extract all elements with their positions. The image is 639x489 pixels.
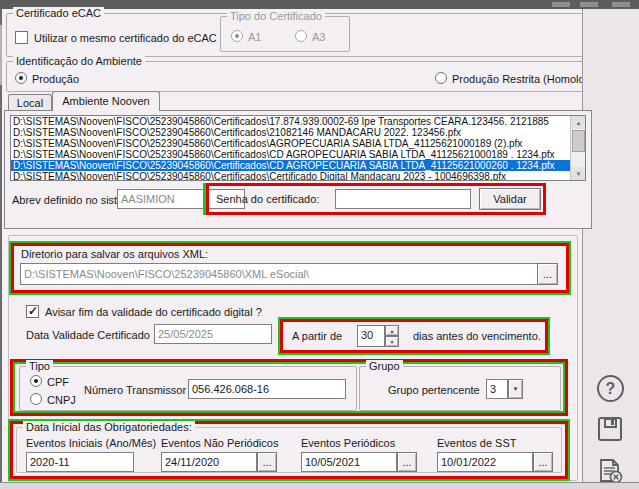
ellipsis-icon: ... — [402, 456, 411, 468]
window-button[interactable] — [612, 2, 630, 7]
dias-value[interactable]: 30 — [357, 325, 385, 347]
radio-a3-label: A3 — [312, 31, 325, 43]
radio-cpf-label: CPF — [47, 376, 69, 388]
eventos-iniciais-label: Eventos Iniciais (Ano/Mês) — [26, 437, 156, 449]
save-icon[interactable] — [597, 416, 627, 444]
numero-transmissor-field[interactable]: 056.426.068-16 — [188, 379, 346, 399]
avisar-validade-checkbox[interactable] — [26, 305, 39, 318]
radio-cnpj[interactable] — [30, 393, 42, 405]
validar-button[interactable]: Validar — [479, 188, 541, 210]
eventos-nao-periodicos-browse-button[interactable]: ... — [257, 452, 277, 472]
eventos-iniciais-field[interactable]: 2020-11 — [26, 452, 134, 472]
senha-annotation-box: Senha do certificado: Validar — [206, 183, 546, 215]
usar-certificado-ecac-checkbox[interactable] — [15, 31, 28, 44]
avisar-validade-label: Avisar fim da validade do certificado di… — [45, 306, 262, 318]
dias-spinner[interactable]: 30 ▲ ▼ — [357, 325, 399, 347]
radio-a3[interactable] — [295, 30, 307, 42]
group-grupo: Grupo Grupo pertencente 3 ▼ — [359, 366, 561, 411]
tab-local[interactable]: Local — [8, 94, 52, 111]
data-validade-field: 25/05/2025 — [154, 324, 272, 344]
tab-label: Ambiente Nooven — [62, 95, 149, 107]
tab-label: Local — [17, 97, 43, 109]
scroll-up-icon[interactable]: ▲ — [571, 116, 586, 129]
grupo-pertencente-label: Grupo pertencente — [388, 384, 480, 396]
action-sidebar: ? — [582, 9, 639, 482]
window-button[interactable] — [552, 2, 570, 7]
diretorio-annotation-box: Diretorio para salvar os arquivos XML: D… — [11, 243, 569, 293]
list-item[interactable]: D:\SISTEMAS\Nooven\FISCO\25239045860\Cer… — [11, 138, 570, 149]
help-icon[interactable]: ? — [597, 375, 624, 402]
data-validade-label: Data Validade Certificado — [26, 329, 150, 341]
list-item[interactable]: D:\SISTEMAS\Nooven\FISCO\25239045860\Cer… — [11, 160, 570, 171]
senha-label: Senha do certificado: — [216, 193, 319, 205]
eventos-periodicos-browse-button[interactable]: ... — [397, 452, 417, 472]
grupo-value: 3 — [486, 379, 508, 399]
radio-producao-restrita[interactable] — [435, 72, 447, 84]
group-ambiente: Identificação do Ambiente Produção Produ… — [6, 61, 592, 92]
form-content: Certificado eCAC Utilizar o mesmo certif… — [2, 9, 582, 482]
radio-producao-label: Produção — [32, 73, 79, 85]
scroll-down-icon[interactable]: ▼ — [571, 167, 586, 180]
spin-up-icon[interactable]: ▲ — [385, 325, 399, 336]
group-certificado-ecac: Certificado eCAC Utilizar o mesmo certif… — [6, 13, 592, 57]
grupo-pertencente-combo[interactable]: 3 ▼ — [486, 379, 523, 399]
group-tipo: Tipo CPF CNPJ Número Transmissor 056.426… — [19, 366, 357, 411]
tab-ambiente-nooven[interactable]: Ambiente Nooven — [52, 91, 160, 111]
ellipsis-icon: ... — [262, 456, 271, 468]
radio-cpf[interactable] — [30, 375, 42, 387]
ellipsis-icon: ... — [538, 456, 547, 468]
scrollbar-thumb[interactable] — [572, 130, 585, 152]
chevron-down-icon[interactable]: ▼ — [508, 379, 523, 399]
certificate-list: D:\SISTEMAS\Nooven\FISCO\25239045860\Cer… — [10, 115, 586, 181]
eventos-sst-label: Eventos de SST — [437, 437, 517, 449]
tipo-grupo-annotation-box: Tipo CPF CNPJ Número Transmissor 056.426… — [10, 359, 568, 416]
eventos-sst-field[interactable]: 10/01/2022 — [437, 452, 533, 472]
group-title: Data Inicial das Obrigatoriedades: — [23, 421, 195, 433]
group-tipo-certificado: Tipo do Certificado A1 A3 — [220, 16, 350, 52]
a-partir-de-label: A partir de — [292, 330, 342, 342]
list-scrollbar[interactable]: ▲ ▼ — [570, 116, 585, 180]
list-item[interactable]: D:\SISTEMAS\Nooven\FISCO\25239045860\Cer… — [11, 127, 570, 138]
spin-down-icon[interactable]: ▼ — [385, 336, 399, 347]
group-title: Tipo do Certificado — [227, 10, 325, 22]
app-window: { "ecac": { "title": "Certificado eCAC",… — [0, 0, 639, 489]
aviso-dias-annotation-box: A partir de 30 ▲ ▼ dias antes do vencime… — [280, 319, 548, 353]
usar-certificado-ecac-label: Utilizar o mesmo certificado do eCAC — [34, 32, 217, 44]
eventos-periodicos-label: Eventos Periódicos — [301, 437, 395, 449]
eventos-periodicos-field[interactable]: 10/05/2021 — [301, 452, 397, 472]
obrigatoriedades-annotation-box: Data Inicial das Obrigatoriedades: Event… — [10, 421, 568, 479]
group-title: Tipo — [26, 360, 53, 372]
radio-cnpj-label: CNPJ — [47, 394, 76, 406]
radio-producao[interactable] — [15, 72, 27, 84]
group-title: Identificação do Ambiente — [13, 55, 145, 67]
senha-input[interactable] — [335, 189, 471, 209]
eventos-nao-periodicos-field[interactable]: 24/11/2020 — [161, 452, 257, 472]
list-item[interactable]: D:\SISTEMAS\Nooven\FISCO\25239045860\Cer… — [11, 116, 570, 127]
diretorio-browse-button[interactable]: ... — [537, 263, 558, 285]
list-item[interactable]: D:\SISTEMAS\Nooven\FISCO\25239045860\Cer… — [11, 149, 570, 160]
group-title: Grupo — [366, 360, 403, 372]
validar-button-label: Validar — [493, 193, 526, 205]
list-item[interactable]: D:\SISTEMAS\Nooven\FISCO\25239045860\Cer… — [11, 171, 570, 181]
window-bottom-edge — [0, 482, 639, 489]
radio-a1-label: A1 — [248, 31, 261, 43]
dias-suffix-label: dias antes do vencimento. — [413, 330, 541, 342]
diretorio-label: Diretorio para salvar os arquivos XML: — [21, 248, 208, 260]
eventos-sst-browse-button[interactable]: ... — [533, 452, 553, 472]
ellipsis-icon: ... — [543, 268, 552, 280]
certificate-list-rows: D:\SISTEMAS\Nooven\FISCO\25239045860\Cer… — [11, 116, 570, 180]
numero-transmissor-label: Número Transmissor — [84, 384, 186, 396]
eventos-nao-periodicos-label: Eventos Não Periódicos — [161, 437, 278, 449]
group-title: Certificado eCAC — [13, 7, 104, 19]
diretorio-path-field: D:\SISTEMAS\Nooven\FISCO\25239045860\XML… — [20, 263, 538, 285]
window-button[interactable] — [580, 2, 598, 7]
radio-a1[interactable] — [231, 30, 243, 42]
